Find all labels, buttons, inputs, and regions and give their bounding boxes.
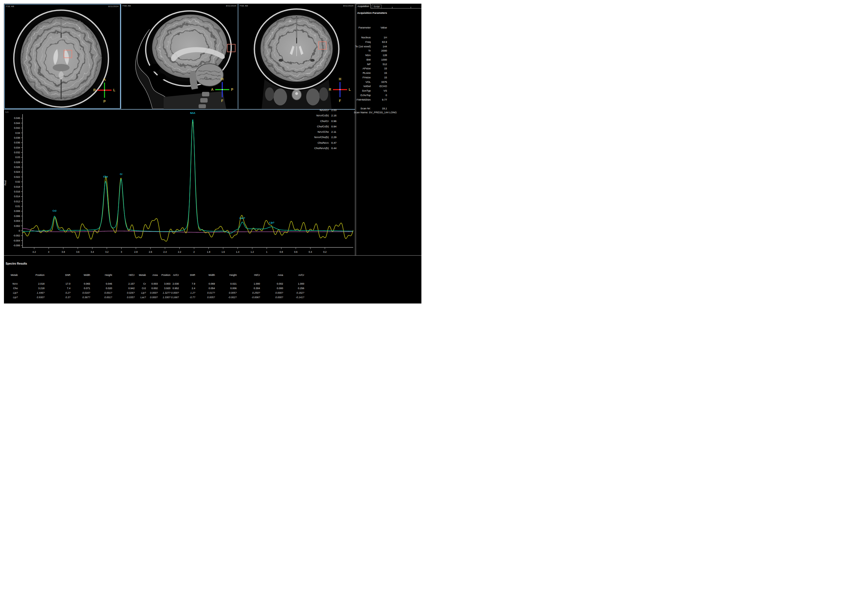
ratio-label: Cho/Cr(h) [282, 124, 329, 129]
param-name: Te (1st voxel) [353, 45, 371, 49]
y-tick-label: -0.002 [13, 234, 20, 237]
results-cell: Lip? [135, 291, 146, 295]
results-cell: 0.005? [196, 295, 216, 300]
param-value: 3375 [371, 80, 387, 85]
x-tick-label: 3.6 [76, 251, 79, 254]
ratio-value: 2.16 [331, 113, 341, 118]
x-tick-label: 1 [266, 251, 268, 254]
viewport-coronal-mri[interactable]: HFRL FSE AB 8/11/2024 [238, 4, 355, 109]
ratio-label: NAA/Cr [282, 107, 329, 113]
scan-nr-label: Scan Nr: [353, 106, 371, 111]
results-cell: 0.000? [261, 291, 284, 295]
ratio-row: Cho/Cr(h)0.94 [282, 124, 341, 129]
svg-text:L: L [113, 88, 115, 92]
results-cell: 1.327? [146, 291, 171, 295]
results-cell: -0.002? [216, 295, 237, 300]
svg-text:P: P [103, 100, 106, 103]
results-cell: Lip? [4, 291, 18, 295]
x-tick-label: 4 [48, 251, 49, 254]
svg-text:F: F [339, 99, 341, 103]
x-tick-label: 2.4 [163, 251, 167, 254]
y-tick-label: 0.012 [14, 200, 20, 203]
results-cell: 2.4 [171, 286, 196, 291]
results-cell: 0.069 [196, 282, 216, 286]
results-table-right: MetabPositionSNRWidthHeightHt/CrAreaAr/C… [135, 273, 305, 300]
results-column-header: Metab [4, 273, 18, 277]
param-name: NSA [353, 53, 371, 58]
parameter-column-header: Parameter [353, 26, 371, 29]
x-tick-label: 2.8 [134, 251, 138, 254]
results-cell: 0.182? [284, 291, 305, 295]
results-cell: 0.000? [261, 295, 284, 300]
results-cell: Lip? [4, 295, 18, 300]
param-name: BW [353, 58, 371, 62]
results-cell: 3.218 [18, 286, 45, 291]
ratio-row: NAA/Cho(h)2.29 [282, 134, 341, 140]
sequence-label: FSE AB [240, 4, 248, 7]
results-cell: 0.006 [216, 286, 237, 291]
y-tick-label: 0.014 [14, 195, 20, 198]
results-column-header: Width [71, 273, 91, 277]
svg-text:P: P [231, 88, 233, 92]
results-header-row: MetabPositionSNRWidthHeightHt/CrAreaAr/C… [135, 273, 305, 277]
results-cell: 1.000 [284, 282, 305, 286]
results-cell: Lac? [135, 295, 146, 300]
results-column-header: Metab [135, 273, 146, 277]
scan-date: 8/11/2024 [226, 4, 236, 7]
results-cell: 0.035? [113, 295, 135, 300]
y-tick-label: 0.038 [14, 136, 20, 139]
x-tick-label: 0.2 [323, 251, 326, 254]
results-cell: 0.000 [261, 286, 284, 291]
results-divider [4, 255, 422, 256]
param-name: FHsize [353, 76, 371, 80]
ratio-value: 2.29 [331, 134, 341, 140]
parameter-table-body: Nucleus1HFreq63.9Te (1st voxel)144Tr2000… [353, 36, 387, 102]
mrs-application-window: APRL FSE AB 8/11/2024 [0, 0, 424, 308]
results-cell: 0.250? [237, 291, 261, 295]
ratio-value: 0.96 [331, 118, 341, 124]
param-name: Tr [353, 49, 371, 53]
results-row: Lac?1.330?-0.7?0.005?-0.002?-0.006?0.000… [135, 295, 305, 300]
results-cell: -0.006? [237, 295, 261, 300]
param-name: Freq [353, 40, 371, 45]
results-cell: 0.016? [71, 291, 91, 295]
results-cell: 0.2? [45, 291, 71, 295]
results-cell: Cr [135, 282, 146, 286]
tab-script[interactable]: Script [372, 4, 381, 9]
tab-acquisition[interactable]: Acquisition [356, 4, 371, 9]
results-cell: 3.920 [146, 286, 171, 291]
results-cell: 1.2? [171, 291, 196, 295]
results-row: Cr3.0037.90.0690.0211.0000.0021.000 [135, 282, 305, 286]
scan-name-value: SV_PRESS_144 LONG [369, 111, 397, 114]
ratio-label: Cho/NAA [282, 140, 329, 145]
ratio-label: Cho/Cr [282, 118, 329, 124]
y-tick-label: 0.01 [15, 205, 20, 208]
y-tick-label: 0.018 [14, 185, 20, 188]
results-cell: 7.9 [171, 282, 196, 286]
scan-number-row: Scan Nr: 19,1 [353, 106, 387, 111]
param-value: 0 [371, 93, 387, 98]
svg-text:H: H [221, 77, 223, 81]
spectro-results-title: Spectro Results [6, 262, 27, 265]
ratio-label: NAA/Cho [282, 129, 329, 134]
results-cell: NAA [4, 282, 18, 286]
results-cell: 0.3? [45, 295, 71, 300]
peak-label-cr: Cr [120, 173, 122, 176]
viewport-axial-mri[interactable]: APRL FSE AB 8/11/2024 [4, 4, 121, 109]
peak-label-lip: Lip? [269, 221, 274, 224]
results-cell: 2.018 [18, 282, 45, 286]
svg-text:A: A [211, 88, 213, 92]
results-cell: 0.026? [113, 291, 135, 295]
y-tick-label: 0.04 [15, 131, 20, 134]
ratio-row: Cho/NAA(h)0.44 [282, 145, 341, 151]
x-tick-label: 2.2 [178, 251, 181, 254]
y-tick-label: 0.046 [14, 117, 20, 119]
results-cell: 1.000 [237, 282, 261, 286]
results-cell: 1.446? [18, 291, 45, 295]
ratio-row: Cho/NAA0.47 [282, 140, 341, 145]
ratio-row: NAA/Cho2.11 [282, 129, 341, 134]
y-tick-label: 0.024 [14, 170, 20, 173]
viewport-sagittal-mri[interactable]: HFAP FSE AB 8/11/2024 [121, 4, 238, 109]
x-tick-label: 3.2 [105, 251, 109, 254]
param-name: FWHMShim [353, 98, 371, 102]
